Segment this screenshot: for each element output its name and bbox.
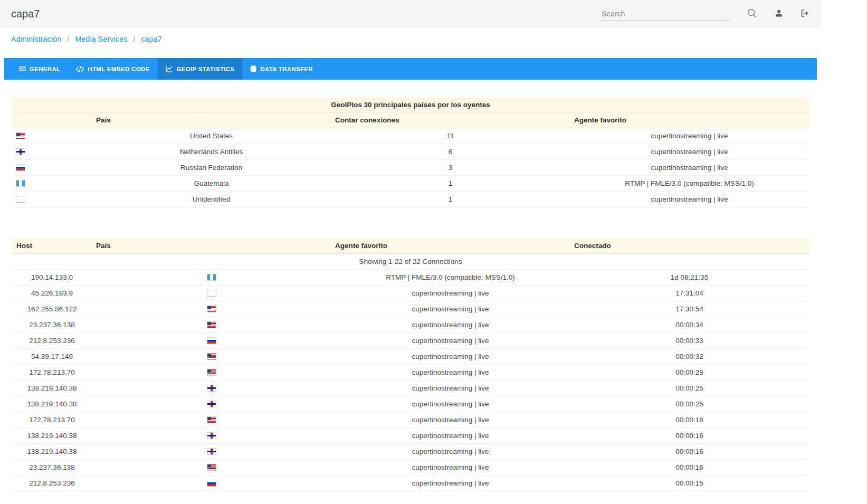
geoip-table-header-row: País Contar conexiones Agente favorito <box>12 112 809 128</box>
favorite-agent-cell: cupertinostreaming | live <box>331 396 570 412</box>
host-cell: 23.237.36.138 <box>12 460 92 476</box>
favorite-agent-cell: cupertinostreaming | live <box>331 365 570 381</box>
connection-row: 138.219.140.38cupertinostreaming | live0… <box>12 428 809 444</box>
connection-row: 54.39.17.149cupertinostreaming | live00:… <box>12 349 809 365</box>
tab-bar: GENERAL HTML EMBED CODE GEOIP STATISTICS <box>4 58 817 80</box>
connected-time-cell: 00:00:16 <box>570 460 809 476</box>
flag-us-icon <box>207 354 216 359</box>
column-header-agente-favorito: Agente favorito <box>570 112 809 128</box>
flag-us-icon <box>16 133 25 139</box>
favorite-agent-cell: cupertinostreaming | live <box>570 160 809 176</box>
connection-row: 162.255.86.122cupertinostreaming | live1… <box>12 301 809 317</box>
database-icon <box>250 65 256 72</box>
country-flag-cell <box>92 317 331 333</box>
host-cell: 212.8.253.236 <box>12 333 92 349</box>
connection-row: 212.8.253.236cupertinostreaming | live00… <box>12 476 809 491</box>
flag-us-icon <box>207 322 216 328</box>
connections-summary-row: Showing 1-22 of 22 Connections <box>12 254 809 270</box>
host-cell: 212.8.253.236 <box>12 476 92 491</box>
flag-us-icon <box>207 306 216 312</box>
column-header-host: Host <box>12 238 92 254</box>
main-content: GeoIPlos 30 principales países por los o… <box>4 98 817 491</box>
tab-label: DATA TRANSFER <box>260 66 313 72</box>
chart-icon <box>166 65 173 72</box>
user-button[interactable] <box>774 8 784 20</box>
column-header-pais: País <box>92 112 331 128</box>
flag-us-icon <box>207 417 216 423</box>
connection-row: 212.8.253.236cupertinostreaming | live00… <box>12 333 809 349</box>
tab-geoip-statistics[interactable]: GEOIP STATISTICS <box>158 58 243 80</box>
tab-label: HTML EMBED CODE <box>88 66 149 72</box>
favorite-agent-cell: cupertinostreaming | live <box>570 192 809 207</box>
connected-time-cell: 1d 08:21:35 <box>570 270 809 286</box>
breadcrumb-separator: / <box>133 35 135 43</box>
breadcrumb: Administración / Media Services / capa7 <box>0 28 821 43</box>
country-flag-cell <box>92 286 331 301</box>
search-input[interactable] <box>601 7 730 21</box>
connected-time-cell: 00:00:32 <box>570 349 809 365</box>
search-button[interactable] <box>746 7 758 21</box>
connected-time-cell: 00:00:33 <box>570 333 809 349</box>
connections-table-body: 190.14.133.0RTMP | FMLE/3.0 (compatible;… <box>12 270 809 491</box>
host-cell: 190.14.133.0 <box>12 270 92 286</box>
connections-count-cell: 3 <box>331 160 570 176</box>
column-header-contar-conexiones: Contar conexiones <box>331 112 570 128</box>
country-flag-cell <box>12 144 92 160</box>
country-flag-cell <box>12 128 92 144</box>
favorite-agent-cell: cupertinostreaming | live <box>331 381 570 396</box>
host-cell: 23.237.36.138 <box>12 317 92 333</box>
favorite-agent-cell: cupertinostreaming | live <box>331 444 570 460</box>
host-cell: 45.226.183.9 <box>12 286 92 301</box>
tab-data-transfer[interactable]: DATA TRANSFER <box>242 58 321 80</box>
connections-count-cell: 11 <box>331 128 570 144</box>
tab-label: GENERAL <box>30 66 60 72</box>
tab-label: GEOIP STATISTICS <box>177 66 235 72</box>
flag-an-icon <box>207 449 216 454</box>
breadcrumb-current[interactable]: capa7 <box>141 35 162 43</box>
host-cell: 138.219.140.38 <box>12 444 92 460</box>
list-icon <box>19 65 26 72</box>
flag-an-icon <box>207 433 216 439</box>
geoip-table-title: GeoIPlos 30 principales países por los o… <box>12 98 809 112</box>
country-cell: Unidentified <box>92 192 331 207</box>
connected-time-cell: 00:00:16 <box>570 444 809 460</box>
column-header-pais: País <box>92 238 331 254</box>
host-cell: 138.219.140.38 <box>12 428 92 444</box>
flag-gt-icon <box>16 180 25 186</box>
country-flag-cell <box>92 333 331 349</box>
search-icon <box>746 7 758 21</box>
breadcrumb-administracion[interactable]: Administración <box>11 35 61 43</box>
logout-icon <box>800 8 810 20</box>
favorite-agent-cell: cupertinostreaming | live <box>570 128 809 144</box>
favorite-agent-cell: cupertinostreaming | live <box>331 349 570 365</box>
flag-ru-icon <box>207 338 216 344</box>
connections-summary: Showing 1-22 of 22 Connections <box>12 254 809 270</box>
tab-general[interactable]: GENERAL <box>11 58 68 80</box>
connections-table-header-row: Host País Agente favorito Conectado <box>12 238 809 254</box>
host-cell: 172.78.213.70 <box>12 412 92 428</box>
breadcrumb-media-services[interactable]: Media Services <box>75 35 127 43</box>
flag-ru-icon <box>16 165 25 170</box>
country-flag-cell <box>92 365 331 381</box>
favorite-agent-cell: cupertinostreaming | live <box>331 476 570 491</box>
geoip-row: Russian Federation3cupertinostreaming | … <box>12 160 809 176</box>
connections-table: Host País Agente favorito Conectado Show… <box>12 238 809 491</box>
favorite-agent-cell: RTMP | FMLE/3.0 (compatible; MSS/1.0) <box>570 176 809 192</box>
favorite-agent-cell: cupertinostreaming | live <box>331 286 570 301</box>
page: capa7 <box>0 0 821 491</box>
flag-none-icon <box>207 290 216 296</box>
country-flag-cell <box>92 381 331 396</box>
country-flag-cell <box>12 176 92 192</box>
country-cell: Netherlands Antilles <box>92 144 331 160</box>
tab-html-embed-code[interactable]: HTML EMBED CODE <box>68 58 157 80</box>
connection-row: 138.219.140.38cupertinostreaming | live0… <box>12 444 809 460</box>
logout-button[interactable] <box>800 8 810 20</box>
country-flag-cell <box>92 301 331 317</box>
connection-row: 190.14.133.0RTMP | FMLE/3.0 (compatible;… <box>12 270 809 286</box>
country-flag-cell <box>12 160 92 176</box>
connected-time-cell: 00:00:18 <box>570 412 809 428</box>
connection-row: 138.219.140.38cupertinostreaming | live0… <box>12 381 809 396</box>
connected-time-cell: 17:31:04 <box>570 286 809 301</box>
favorite-agent-cell: cupertinostreaming | live <box>570 144 809 160</box>
country-flag-cell <box>92 270 331 286</box>
